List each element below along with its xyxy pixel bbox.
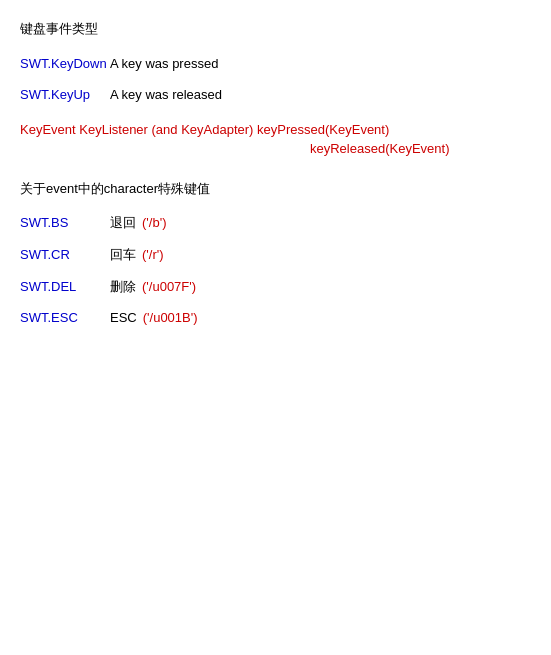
keyevent-col3a: keyPressed(KeyEvent) — [257, 122, 389, 137]
esc-row: SWT.ESC ESC ('/u001B') — [20, 310, 531, 325]
keyup-label: SWT.KeyUp — [20, 87, 110, 102]
keydown-label: SWT.KeyDown — [20, 56, 110, 71]
esc-code: ('/u001B') — [143, 310, 198, 325]
cr-chinese: 回车 — [110, 246, 136, 264]
keydown-desc: A key was pressed — [110, 56, 218, 71]
keyevent-col2: KeyListener (and KeyAdapter) — [79, 122, 253, 137]
bs-swt: SWT.BS — [20, 215, 90, 230]
keyup-desc: A key was released — [110, 87, 222, 102]
keyevent-row: KeyEvent KeyListener (and KeyAdapter) ke… — [20, 122, 531, 137]
del-code: ('/u007F') — [142, 279, 196, 294]
section1-title: 键盘事件类型 — [20, 20, 531, 38]
keydown-row: SWT.KeyDown A key was pressed — [20, 56, 531, 71]
cr-row: SWT.CR 回车 ('/r') — [20, 246, 531, 264]
esc-swt: SWT.ESC — [20, 310, 90, 325]
keyevent-col3b: keyReleased(KeyEvent) — [310, 141, 531, 156]
keyup-row: SWT.KeyUp A key was released — [20, 87, 531, 102]
del-chinese: 删除 — [110, 278, 136, 296]
bs-chinese: 退回 — [110, 214, 136, 232]
cr-swt: SWT.CR — [20, 247, 90, 262]
section3-title: 关于event中的character特殊键值 — [20, 180, 531, 198]
esc-chinese: ESC — [110, 310, 137, 325]
bs-code: ('/b') — [142, 215, 166, 230]
keyevent-col1: KeyEvent — [20, 122, 76, 137]
del-swt: SWT.DEL — [20, 279, 90, 294]
cr-code: ('/r') — [142, 247, 164, 262]
bs-row: SWT.BS 退回 ('/b') — [20, 214, 531, 232]
del-row: SWT.DEL 删除 ('/u007F') — [20, 278, 531, 296]
